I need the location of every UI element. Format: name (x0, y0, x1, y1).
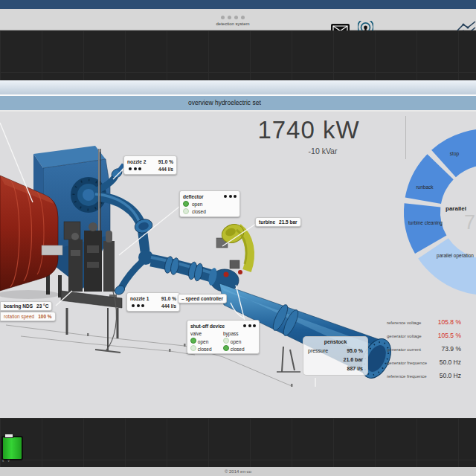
valve-open-indicator (190, 338, 196, 344)
measurement-row: reference voltage105.8 % (387, 318, 461, 332)
page-title: overview hydroelectric set (188, 99, 261, 106)
deflector-closed-indicator (183, 208, 189, 214)
wheel-center-state: parallel (446, 205, 466, 212)
background-upper (0, 30, 476, 80)
measurement-row: generator current73.9 % (387, 345, 461, 358)
active-power-readout: 1740 kW (253, 116, 364, 144)
measurement-row: generator voltage105.5 % (387, 332, 461, 345)
background-lower (0, 418, 476, 467)
nozzle2-label[interactable]: nozzle 291.0 % 444 l/s (123, 155, 177, 175)
penstock-label[interactable]: penstock pressure95.0 % 21.6 bar 887 l/s (303, 336, 368, 376)
detection-system-button[interactable]: detection system (210, 13, 255, 30)
footer-bar: © 2014 en-co (0, 467, 476, 476)
bypass-open-indicator (223, 338, 229, 344)
scada-screen: detection system overview hydroelectric … (0, 0, 476, 476)
wheel-center-value: 7 (464, 211, 475, 234)
measurement-value: 73.9 % (442, 345, 461, 353)
wheel-label-parallel-operation[interactable]: parallel operation (436, 253, 475, 259)
measurement-value: 105.5 % (438, 332, 461, 339)
shutoff-device-label[interactable]: shut-off device valve bypass open open c… (187, 320, 260, 354)
bypass-closed-indicator (223, 345, 229, 351)
nozzle1-label[interactable]: nozzle 191.0 % 444 l/s (126, 292, 180, 312)
battery-logo-icon (1, 436, 23, 460)
deflector-dots (224, 195, 237, 198)
detection-system-label: detection system (210, 22, 255, 26)
title-strip (0, 0, 476, 9)
detection-status-dots (210, 16, 255, 19)
bearing-label[interactable]: bearing NDS 23 °C (0, 301, 52, 311)
speed-controller-label[interactable]: – speed controller (178, 294, 227, 303)
rotation-speed-label[interactable]: rotation speed 100 % (0, 312, 56, 321)
wheel-label-turbine-cleaning[interactable]: turbine cleaning (404, 220, 447, 226)
logo-caption: s v (2, 459, 11, 463)
measurement-panel: reference voltage105.8 % generator volta… (387, 318, 461, 385)
copyright-text: © 2014 en-co (0, 469, 476, 474)
valve-closed-indicator (190, 345, 196, 351)
nozzle1-dots (132, 304, 144, 307)
deflector-label[interactable]: deflector open closed (179, 190, 240, 217)
turbine-label[interactable]: turbine 21.5 bar (255, 217, 301, 227)
reactive-power-readout: -10 kVar (296, 147, 350, 155)
wheel-label-stop[interactable]: stop (442, 151, 467, 157)
measurement-row: reference frequence50.0 Hz (387, 372, 461, 385)
deflector-open-indicator (183, 201, 189, 207)
toolbar: detection system (0, 9, 476, 30)
wheel-label-runback[interactable]: runback (407, 184, 443, 190)
measurement-value: 105.8 % (438, 318, 461, 326)
measurement-value: 50.0 Hz (440, 358, 461, 366)
measurement-value: 50.0 Hz (440, 372, 461, 379)
panel-divider (405, 116, 406, 159)
shutoff-dots (243, 324, 256, 327)
measurement-row: generator frequence50.0 Hz (387, 358, 461, 372)
page-title-bar: overview hydroelectric set (0, 96, 476, 112)
window-top-edge (0, 80, 476, 96)
nozzle2-dots (129, 167, 141, 170)
